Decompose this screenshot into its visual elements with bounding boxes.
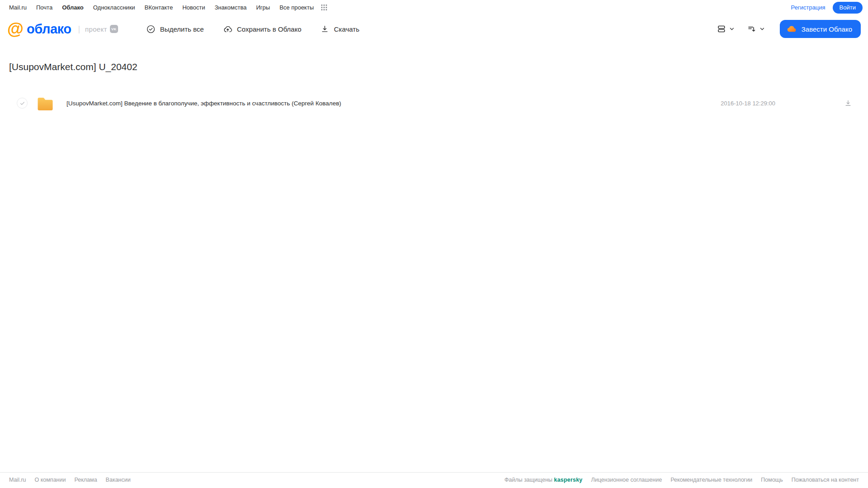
nav-item-igry[interactable]: Игры — [256, 4, 270, 11]
select-all-label: Выделить все — [160, 25, 204, 33]
nav-item-mailru[interactable]: Mail.ru — [9, 4, 27, 11]
cloud-orange-icon — [786, 24, 797, 34]
page-title: [UsupovMarket.com] U_20402 — [9, 62, 859, 72]
view-mode-dropdown[interactable] — [714, 21, 738, 37]
sort-descending-icon — [747, 24, 757, 34]
footer-link-help[interactable]: Помощь — [761, 477, 783, 483]
view-list-icon — [716, 24, 726, 34]
registration-link[interactable]: Регистрация — [791, 4, 825, 11]
cloud-toolbar: @ облако | проект VK Выделить все Сохран… — [0, 15, 868, 43]
toolbar-actions: Выделить все Сохранить в Облако Скачать — [146, 24, 360, 34]
nav-item-novosti[interactable]: Новости — [182, 4, 205, 11]
vk-badge-icon: VK — [110, 25, 118, 33]
footer-link-mailru[interactable]: Mail.ru — [9, 477, 26, 483]
sort-dropdown[interactable] — [744, 21, 768, 37]
footer-link-jobs[interactable]: Вакансии — [106, 477, 131, 483]
kaspersky-protected-label: Файлы защищены kaspersky — [504, 477, 583, 483]
download-label: Скачать — [334, 25, 359, 33]
cloud-logo[interactable]: @ облако | проект VK — [7, 21, 118, 38]
apps-grid-icon[interactable] — [321, 4, 327, 11]
nav-item-vkontakte[interactable]: ВКонтакте — [145, 4, 173, 11]
footer-link-report[interactable]: Пожаловаться на контент — [792, 477, 859, 483]
row-download-button[interactable] — [844, 99, 852, 107]
file-row[interactable]: [UsupovMarket.com] Введение в благополуч… — [0, 90, 868, 116]
download-button[interactable]: Скачать — [320, 24, 359, 33]
check-circle-icon — [146, 24, 156, 34]
logo-divider: | — [78, 24, 80, 34]
nav-item-oblako[interactable]: Облако — [62, 4, 84, 11]
chevron-down-icon — [759, 26, 765, 32]
nav-item-odnoklassniki[interactable]: Одноклассники — [93, 4, 135, 11]
shared-folder-content: [UsupovMarket.com] U_20402 [UsupovMarket… — [0, 43, 868, 472]
row-checkbox[interactable] — [17, 98, 28, 109]
cloud-logo-text: облако — [27, 23, 71, 36]
footer-link-license[interactable]: Лицензионное соглашение — [591, 477, 662, 483]
kaspersky-logo: kaspersky — [554, 477, 583, 483]
footer: Mail.ru О компании Реклама Вакансии Файл… — [0, 472, 868, 488]
select-all-button[interactable]: Выделить все — [146, 24, 204, 34]
get-cloud-button[interactable]: Завести Облако — [780, 20, 861, 38]
toolbar-right: Завести Облако — [714, 20, 861, 38]
nav-item-znakomstva[interactable]: Знакомства — [214, 4, 247, 11]
download-icon — [844, 99, 852, 107]
file-name[interactable]: [UsupovMarket.com] Введение в благополуч… — [66, 100, 341, 107]
mailru-at-icon: @ — [7, 20, 24, 37]
nav-item-vse-proekty[interactable]: Все проекты — [280, 4, 314, 11]
nav-item-pochta[interactable]: Почта — [36, 4, 52, 11]
footer-link-about[interactable]: О компании — [35, 477, 66, 483]
footer-link-recommendations[interactable]: Рекомендательные технологии — [670, 477, 752, 483]
portal-nav: Mail.ru Почта Облако Одноклассники ВКонт… — [0, 0, 868, 15]
file-modified-date: 2016-10-18 12:29:00 — [721, 100, 775, 107]
footer-link-ads[interactable]: Реклама — [74, 477, 97, 483]
footer-left-links: Mail.ru О компании Реклама Вакансии — [9, 477, 131, 483]
chevron-down-icon — [729, 26, 735, 32]
save-to-cloud-label: Сохранить в Облако — [237, 25, 302, 33]
protected-text: Файлы защищены — [504, 477, 552, 483]
download-icon — [320, 24, 329, 33]
get-cloud-label: Завести Облако — [802, 25, 852, 33]
folder-icon — [36, 94, 54, 112]
cloud-upload-icon — [223, 24, 232, 34]
save-to-cloud-button[interactable]: Сохранить в Облако — [223, 24, 302, 34]
portal-nav-auth: Регистрация Войти — [791, 2, 863, 14]
login-button[interactable]: Войти — [833, 2, 863, 14]
project-label: проект — [85, 25, 107, 33]
footer-right-links: Файлы защищены kaspersky Лицензионное со… — [504, 477, 859, 483]
portal-nav-links: Mail.ru Почта Облако Одноклассники ВКонт… — [9, 4, 327, 11]
